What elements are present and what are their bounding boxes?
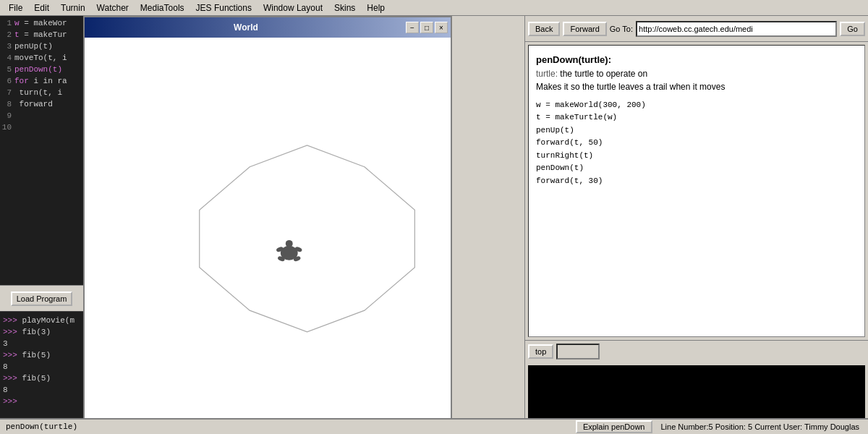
menu-edit[interactable]: Edit: [28, 1, 55, 14]
status-text: penDown(turtle): [0, 422, 83, 431]
world-canvas: [85, 38, 451, 427]
doc-param-label: turtle:: [536, 69, 558, 79]
menu-help[interactable]: Help: [361, 1, 391, 14]
center-panel: World − □ ×: [83, 16, 524, 434]
go-button[interactable]: Go: [840, 22, 865, 36]
menu-mediatools[interactable]: MediaTools: [135, 1, 190, 14]
menu-skins[interactable]: Skins: [328, 1, 361, 14]
statusbar: penDown(turtle) Explain penDown Line Num…: [0, 418, 868, 434]
maximize-button[interactable]: □: [420, 22, 433, 33]
doc-function-name: penDown(turtle):: [536, 53, 857, 67]
menu-window-layout[interactable]: Window Layout: [258, 1, 328, 14]
doc-param-desc: the turtle to operate on: [560, 69, 647, 79]
doc-code-example: w = makeWorld(300, 200) t = makeTurtle(w…: [536, 99, 857, 188]
close-button[interactable]: ×: [435, 22, 448, 33]
world-window: World − □ ×: [83, 16, 452, 428]
go-to-label: Go To:: [610, 25, 633, 33]
doc-param: turtle: the turtle to operate on: [536, 67, 857, 80]
menu-watcher[interactable]: Watcher: [91, 1, 135, 14]
documentation-area: penDown(turtle): turtle: the turtle to o…: [528, 45, 865, 337]
browser-bar: Back Forward Go To: Go: [525, 16, 868, 42]
forward-button[interactable]: Forward: [563, 22, 606, 36]
load-button-area: Load Program: [0, 285, 83, 311]
controls-row: top: [525, 340, 868, 362]
explain-button[interactable]: Explain penDown: [576, 420, 652, 433]
minimize-button[interactable]: −: [406, 22, 419, 33]
svg-marker-0: [200, 145, 415, 332]
right-panel: Back Forward Go To: Go penDown(turtle): …: [524, 16, 868, 434]
menubar: File Edit Turnin Watcher MediaTools JES …: [0, 0, 868, 16]
slider[interactable]: [556, 344, 600, 359]
svg-point-2: [286, 240, 293, 247]
back-button[interactable]: Back: [528, 22, 560, 36]
doc-description: Makes it so the turtle leaves a trail wh…: [536, 80, 857, 93]
menu-jes-functions[interactable]: JES Functions: [190, 1, 258, 14]
world-title: World: [88, 22, 404, 33]
console-area[interactable]: >>> playMovie(m >>> fib(3) 3 >>> fib(5) …: [0, 311, 83, 434]
url-input[interactable]: [636, 21, 837, 37]
menu-file[interactable]: File: [3, 1, 28, 14]
main-layout: 1w = makeWor 2t = makeTur 3penUp(t) 4mov…: [0, 16, 868, 434]
code-editor[interactable]: 1w = makeWor 2t = makeTur 3penUp(t) 4mov…: [0, 16, 83, 285]
menu-turnin[interactable]: Turnin: [55, 1, 91, 14]
stop-button[interactable]: top: [528, 344, 553, 359]
left-panel: 1w = makeWor 2t = makeTur 3penUp(t) 4mov…: [0, 16, 83, 434]
load-program-button[interactable]: Load Program: [11, 292, 73, 306]
world-titlebar: World − □ ×: [85, 17, 451, 38]
status-info: Line Number:5 Position: 5 Current User: …: [652, 422, 869, 431]
